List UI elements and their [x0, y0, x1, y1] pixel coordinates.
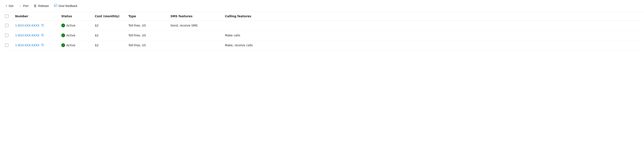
active-status-icon-0: ✓	[61, 24, 65, 27]
copy-icon-1[interactable]	[41, 34, 44, 37]
row-number-cell-0: 1-833-XXX-XXXX	[12, 21, 58, 31]
table-row: 1-833-XXX-XXXX ✓ Active $2 Toll-free, US…	[3, 40, 641, 50]
table-row: 1-833-XXX-XXXX ✓ Active $2 Toll-free, US…	[3, 31, 641, 40]
row-checkbox-2[interactable]	[5, 44, 8, 47]
phone-number-link-1[interactable]: 1-833-XXX-XXXX	[15, 34, 40, 37]
active-status-icon-1: ✓	[61, 34, 65, 37]
port-label: Port	[23, 4, 28, 8]
row-cost-cell-0: $2	[92, 21, 125, 31]
row-number-cell-1: 1-833-XXX-XXXX	[12, 31, 58, 40]
number-cell-content-0: 1-833-XXX-XXXX	[15, 24, 54, 27]
copy-icon-0[interactable]	[41, 24, 44, 27]
row-calling-cell-0	[222, 21, 641, 31]
row-type-cell-2: Toll-free, US	[125, 40, 167, 50]
number-cell-content-2: 1-833-XXX-XXXX	[15, 44, 54, 47]
plus-icon: +	[6, 4, 7, 8]
row-cost-cell-2: $2	[92, 40, 125, 50]
row-number-cell-2: 1-833-XXX-XXXX	[12, 40, 58, 50]
col-header-calling: Calling features	[222, 12, 641, 21]
row-calling-cell-1: Make calls	[222, 31, 641, 40]
row-sms-cell-0: Send, receive SMS	[167, 21, 222, 31]
status-cell-content-0: ✓ Active	[61, 24, 88, 27]
row-sms-cell-2	[167, 40, 222, 50]
active-status-icon-2: ✓	[61, 43, 65, 47]
get-button[interactable]: + Get	[3, 3, 16, 9]
phone-number-link-0[interactable]: 1-833-XXX-XXXX	[15, 24, 40, 27]
phone-numbers-table: Number Status Cost (monthly) Type SMS fe…	[3, 12, 641, 50]
table-row: 1-833-XXX-XXXX ✓ Active $2 Toll-free, US…	[3, 21, 641, 31]
number-cell-content-1: 1-833-XXX-XXXX	[15, 34, 54, 37]
row-status-cell-0: ✓ Active	[58, 21, 92, 31]
row-type-cell-0: Toll-free, US	[125, 21, 167, 31]
copy-icon-2[interactable]	[41, 44, 44, 47]
status-text-1: Active	[66, 34, 75, 37]
arrow-right-icon: →	[18, 4, 22, 8]
col-header-status: Status	[58, 12, 92, 21]
feedback-label: Give feedback	[58, 4, 78, 8]
svg-rect-0	[42, 25, 44, 26]
row-type-cell-1: Toll-free, US	[125, 31, 167, 40]
row-cost-cell-1: $2	[92, 31, 125, 40]
select-all-checkbox[interactable]	[5, 15, 8, 18]
row-checkbox-cell-0[interactable]	[3, 21, 12, 31]
get-label: Get	[8, 4, 14, 8]
table-header-row: Number Status Cost (monthly) Type SMS fe…	[3, 12, 641, 21]
feedback-icon	[54, 4, 57, 8]
status-cell-content-2: ✓ Active	[61, 43, 88, 47]
row-calling-cell-2: Make, receive calls	[222, 40, 641, 50]
row-checkbox-1[interactable]	[5, 34, 8, 37]
port-button[interactable]: → Port	[16, 3, 31, 9]
phone-numbers-table-container: Number Status Cost (monthly) Type SMS fe…	[0, 12, 644, 50]
col-header-sms: SMS features	[167, 12, 222, 21]
select-all-header[interactable]	[3, 12, 12, 21]
release-label: Release	[38, 4, 49, 8]
row-checkbox-cell-2[interactable]	[3, 40, 12, 50]
toolbar: + Get → Port 🗑 Release Give feedback	[0, 0, 644, 12]
trash-icon: 🗑	[34, 4, 37, 8]
release-button[interactable]: 🗑 Release	[32, 3, 51, 9]
status-cell-content-1: ✓ Active	[61, 34, 88, 37]
row-sms-cell-1	[167, 31, 222, 40]
col-header-number: Number	[12, 12, 58, 21]
row-checkbox-0[interactable]	[5, 24, 8, 27]
feedback-button[interactable]: Give feedback	[52, 3, 80, 9]
col-header-cost: Cost (monthly)	[92, 12, 125, 21]
row-status-cell-1: ✓ Active	[58, 31, 92, 40]
svg-rect-2	[42, 44, 44, 46]
phone-number-link-2[interactable]: 1-833-XXX-XXXX	[15, 44, 40, 47]
status-text-0: Active	[66, 24, 75, 27]
col-header-type: Type	[125, 12, 167, 21]
row-checkbox-cell-1[interactable]	[3, 31, 12, 40]
row-status-cell-2: ✓ Active	[58, 40, 92, 50]
svg-rect-1	[42, 35, 44, 36]
status-text-2: Active	[66, 44, 75, 47]
